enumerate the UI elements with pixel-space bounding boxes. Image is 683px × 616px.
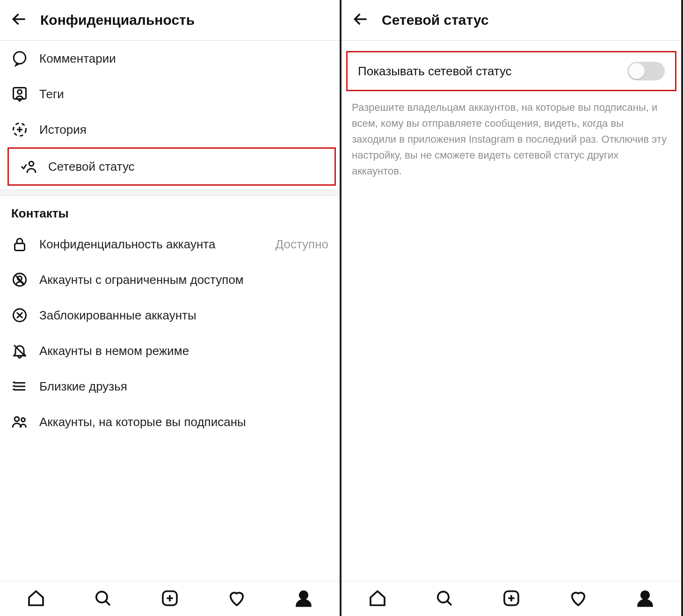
header: Сетевой статус xyxy=(342,0,681,41)
tab-search[interactable] xyxy=(94,589,112,609)
privacy-screen: Конфиденциальность Комментарии Теги Исто… xyxy=(0,0,342,616)
blocked-icon xyxy=(11,307,28,324)
row-label: История xyxy=(39,123,328,137)
page-title: Сетевой статус xyxy=(382,12,489,28)
tab-profile[interactable] xyxy=(294,589,313,609)
tab-profile[interactable] xyxy=(636,589,654,609)
following-icon xyxy=(11,413,28,430)
row-account-privacy[interactable]: Конфиденциальность аккаунта Доступно xyxy=(0,226,340,262)
show-activity-toggle-row[interactable]: Показывать сетевой статус xyxy=(346,51,676,91)
contacts-section-title: Контакты xyxy=(0,196,340,226)
row-label: Аккаунты в немом режиме xyxy=(39,344,328,358)
back-icon[interactable] xyxy=(352,10,370,30)
svg-rect-5 xyxy=(15,244,25,251)
lock-icon xyxy=(11,236,28,253)
tab-activity[interactable] xyxy=(569,589,588,609)
row-label: Комментарии xyxy=(39,51,328,66)
tabbar xyxy=(0,581,340,616)
row-label: Заблокированные аккаунты xyxy=(39,308,328,323)
header: Конфиденциальность xyxy=(0,0,340,41)
activity-status-icon xyxy=(20,158,37,175)
tabbar xyxy=(342,581,681,616)
svg-point-14 xyxy=(438,592,449,602)
story-add-icon xyxy=(11,121,28,138)
activity-status-screen: Сетевой статус Показывать сетевой статус… xyxy=(342,0,683,616)
svg-point-10 xyxy=(22,418,25,422)
row-tags[interactable]: Теги xyxy=(0,76,340,112)
tab-home[interactable] xyxy=(368,589,387,609)
tab-add[interactable] xyxy=(502,589,521,609)
row-muted[interactable]: Аккаунты в немом режиме xyxy=(0,333,340,369)
privacy-list: Комментарии Теги История Сетевой статус … xyxy=(0,41,340,581)
tab-add[interactable] xyxy=(160,589,179,609)
svg-point-13 xyxy=(299,591,307,599)
page-title: Конфиденциальность xyxy=(40,12,195,28)
row-label: Теги xyxy=(39,87,328,101)
toggle-label: Показывать сетевой статус xyxy=(358,64,512,79)
activity-content: Показывать сетевой статус Разрешите влад… xyxy=(342,41,681,581)
row-label: Конфиденциальность аккаунта xyxy=(39,237,264,252)
tag-person-icon xyxy=(11,86,28,102)
svg-point-2 xyxy=(18,90,22,94)
row-label: Близкие друзья xyxy=(39,379,328,394)
svg-point-9 xyxy=(15,417,19,421)
svg-point-16 xyxy=(641,591,649,599)
tab-activity[interactable] xyxy=(227,589,246,609)
svg-point-0 xyxy=(14,52,26,64)
row-label: Сетевой статус xyxy=(48,159,323,174)
row-close-friends[interactable]: Близкие друзья xyxy=(0,369,340,404)
row-following[interactable]: Аккаунты, на которые вы подписаны xyxy=(0,404,340,440)
close-friends-icon xyxy=(11,378,28,395)
svg-point-4 xyxy=(29,161,34,166)
restricted-icon xyxy=(11,271,28,288)
row-label: Аккаунты с ограниченным доступом xyxy=(39,273,328,287)
toggle-switch[interactable] xyxy=(627,62,665,80)
toggle-description: Разрешите владельцам аккаунтов, на котор… xyxy=(342,96,681,179)
row-comments[interactable]: Комментарии xyxy=(0,41,340,76)
svg-point-11 xyxy=(96,592,107,602)
row-blocked[interactable]: Заблокированные аккаунты xyxy=(0,297,340,333)
toggle-knob xyxy=(629,63,645,79)
row-trailing: Доступно xyxy=(276,237,328,252)
back-icon[interactable] xyxy=(10,10,28,30)
row-restricted[interactable]: Аккаунты с ограниченным доступом xyxy=(0,262,340,297)
row-label: Аккаунты, на которые вы подписаны xyxy=(39,415,328,429)
row-story[interactable]: История xyxy=(0,112,340,147)
tab-home[interactable] xyxy=(27,589,45,609)
comment-icon xyxy=(11,50,28,67)
row-activity-status[interactable]: Сетевой статус xyxy=(7,147,336,186)
bell-mute-icon xyxy=(11,342,28,359)
tab-search[interactable] xyxy=(435,589,454,609)
section-divider xyxy=(0,189,340,196)
